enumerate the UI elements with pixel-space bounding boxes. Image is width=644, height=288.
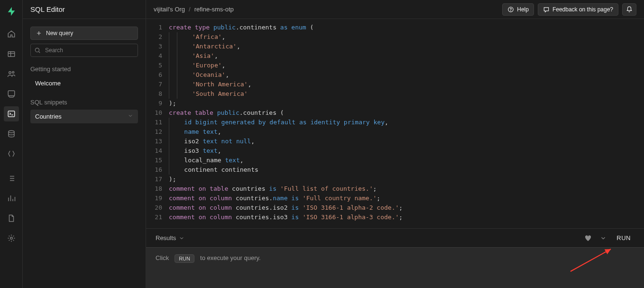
chevron-down-icon (600, 235, 607, 242)
svg-point-2 (12, 71, 14, 73)
chat-icon (543, 6, 550, 13)
results-body: Click RUN to execute your query. (146, 247, 644, 288)
svg-point-1 (9, 72, 11, 74)
code-line: 19comment on column countries.name is 'F… (146, 194, 644, 203)
reports-icon[interactable] (4, 191, 19, 206)
code-line: 20comment on column countries.iso2 is 'I… (146, 203, 644, 213)
bell-icon (626, 6, 633, 13)
breadcrumb-separator: / (189, 6, 191, 13)
sidebar-item-label: Countries (35, 113, 62, 120)
sidebar-title: SQL Editor (23, 0, 146, 19)
sql-editor-icon[interactable] (4, 106, 19, 121)
topbar: vijitail's Org / refine-sms-otp Help Fee… (146, 0, 644, 19)
results-tab-label: Results (156, 234, 176, 242)
code-line: 7 'North America', (146, 80, 644, 89)
help-icon (507, 6, 514, 13)
storage-icon[interactable] (4, 86, 19, 102)
home-icon[interactable] (4, 27, 19, 42)
run-options-button[interactable] (598, 235, 609, 242)
chevron-down-icon (179, 235, 184, 241)
sidebar: SQL Editor New query Getting started Wel… (23, 0, 146, 288)
edge-functions-icon[interactable] (4, 146, 19, 161)
new-query-label: New query (46, 30, 73, 37)
help-button[interactable]: Help (502, 3, 534, 16)
heart-icon (584, 234, 592, 242)
sidebar-item-welcome[interactable]: Welcome (30, 76, 138, 90)
svg-rect-3 (8, 91, 15, 96)
svg-point-6 (10, 237, 12, 240)
run-button[interactable]: RUN (613, 232, 635, 243)
breadcrumb-project[interactable]: refine-sms-otp (194, 6, 234, 13)
svg-rect-0 (8, 52, 15, 57)
code-line: 4 'Asia', (146, 51, 644, 61)
code-line: 12 name text, (146, 127, 644, 137)
results-hint-suffix: to execute your query. (200, 254, 261, 261)
favorite-button[interactable] (582, 234, 594, 242)
table-icon[interactable] (4, 46, 19, 62)
code-line: 21comment on column countries.iso3 is 'I… (146, 213, 644, 222)
svg-point-5 (9, 130, 14, 133)
code-line: 3 'Antarctica', (146, 42, 644, 51)
feedback-label: Feedback on this page? (552, 6, 613, 13)
notifications-button[interactable] (622, 3, 636, 16)
code-line: 8 'South America' (146, 89, 644, 99)
code-line: 17); (146, 175, 644, 184)
code-line: 13 iso2 text not null, (146, 137, 644, 146)
run-pill: RUN (175, 254, 194, 263)
code-line: 14 iso3 text, (146, 146, 644, 156)
code-line: 9); (146, 99, 644, 108)
sidebar-section-snippets: SQL snippets (30, 99, 138, 106)
svg-point-7 (35, 48, 39, 52)
code-line: 5 'Europe', (146, 61, 644, 70)
main-panel: vijitail's Org / refine-sms-otp Help Fee… (146, 0, 644, 288)
results-tab[interactable]: Results (156, 234, 184, 242)
settings-icon[interactable] (4, 231, 19, 246)
code-line: 18comment on table countries is 'Full li… (146, 184, 644, 194)
code-line: 1create type public.continents as enum ( (146, 23, 644, 32)
sidebar-item-label: Welcome (35, 80, 61, 87)
list-icon[interactable] (4, 171, 19, 186)
results-hint-prefix: Click (156, 254, 169, 261)
api-docs-icon[interactable] (4, 211, 19, 226)
code-line: 15 local_name text, (146, 156, 644, 165)
svg-line-10 (570, 249, 611, 271)
code-line: 11 id bigint generated by default as ide… (146, 118, 644, 127)
code-line: 2 'Africa', (146, 32, 644, 42)
code-line: 10create table public.countries ( (146, 108, 644, 118)
auth-icon[interactable] (4, 66, 19, 82)
nav-rail (0, 0, 23, 288)
new-query-button[interactable]: New query (30, 27, 138, 40)
annotation-arrow (568, 245, 616, 274)
code-line: 6 'Oceania', (146, 70, 644, 80)
code-line: 16 continent continents (146, 165, 644, 175)
feedback-button[interactable]: Feedback on this page? (538, 3, 618, 16)
results-bar: Results RUN (146, 228, 644, 247)
sidebar-section-getting-started: Getting started (30, 65, 138, 73)
svg-point-9 (511, 10, 511, 11)
code-editor[interactable]: 1create type public.continents as enum (… (146, 19, 644, 228)
search-input[interactable] (30, 44, 138, 57)
plus-icon (36, 30, 42, 37)
brand-logo (6, 6, 17, 17)
breadcrumb-org[interactable]: vijitail's Org (154, 6, 185, 13)
chevron-down-icon (128, 113, 133, 120)
svg-rect-4 (8, 111, 15, 117)
sidebar-item-countries[interactable]: Countries (30, 110, 138, 123)
database-icon[interactable] (4, 126, 19, 141)
search-icon (34, 47, 41, 56)
help-label: Help (517, 6, 529, 13)
